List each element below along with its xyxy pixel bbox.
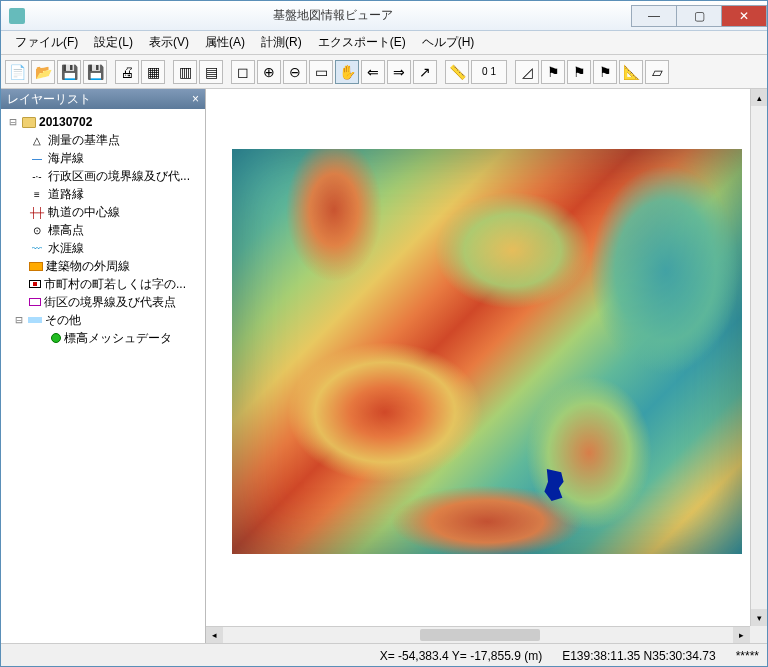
building-icon [29, 262, 43, 271]
menu-settings[interactable]: 設定(L) [86, 31, 141, 54]
menu-attr[interactable]: 属性(A) [197, 31, 253, 54]
close-button[interactable]: ✕ [721, 5, 767, 27]
sidebar-close-icon[interactable]: × [192, 92, 199, 106]
tree-root[interactable]: ⊟ 20130702 [3, 113, 203, 131]
tool-prev-extent[interactable]: ⇐ [361, 60, 385, 84]
layer-item[interactable]: 市町村の町若しくは字の... [3, 275, 203, 293]
statusbar: X= -54,383.4 Y= -17,855.9 (m) E139:38:11… [1, 643, 767, 667]
tool-grid[interactable]: ▤ [199, 60, 223, 84]
tool-add-layer[interactable]: ▥ [173, 60, 197, 84]
layer-item-other[interactable]: ⊟その他 [3, 311, 203, 329]
scroll-corner [750, 626, 767, 643]
layer-item[interactable]: △測量の基準点 [3, 131, 203, 149]
terrain-map[interactable] [232, 149, 742, 554]
main-area: レイヤーリスト × ⊟ 20130702 △測量の基準点 —海岸線 -·-行政区… [1, 89, 767, 643]
road-icon: ≡ [29, 188, 45, 200]
layer-item[interactable]: —海岸線 [3, 149, 203, 167]
menu-help[interactable]: ヘルプ(H) [414, 31, 483, 54]
layer-item[interactable]: 建築物の外周線 [3, 257, 203, 275]
layer-item[interactable]: -·-行政区画の境界線及び代... [3, 167, 203, 185]
status-xy: X= -54,383.4 Y= -17,855.9 (m) [380, 649, 543, 663]
selected-feature[interactable] [542, 469, 566, 501]
sidebar-header: レイヤーリスト × [1, 89, 205, 109]
tool-zoomrect[interactable]: ▭ [309, 60, 333, 84]
sidebar: レイヤーリスト × ⊟ 20130702 △測量の基準点 —海岸線 -·-行政区… [1, 89, 206, 643]
window-title: 基盤地図情報ビューア [33, 7, 632, 24]
folder-icon [22, 117, 36, 128]
tool-flag3[interactable]: ⚑ [593, 60, 617, 84]
minimize-button[interactable]: — [631, 5, 677, 27]
menu-export[interactable]: エクスポート(E) [310, 31, 414, 54]
layer-tree[interactable]: ⊟ 20130702 △測量の基準点 —海岸線 -·-行政区画の境界線及び代..… [1, 109, 205, 643]
tool-measure-area[interactable]: ▱ [645, 60, 669, 84]
scroll-up-icon[interactable]: ▴ [751, 89, 767, 106]
layer-item[interactable]: ≡道路縁 [3, 185, 203, 203]
scroll-thumb[interactable] [420, 629, 540, 641]
tool-next-extent[interactable]: ⇒ [387, 60, 411, 84]
collapse-icon[interactable]: ⊟ [7, 115, 19, 129]
layer-item[interactable]: 〰水涯線 [3, 239, 203, 257]
menu-file[interactable]: ファイル(F) [7, 31, 86, 54]
vertical-scrollbar[interactable]: ▴ ▾ [750, 89, 767, 626]
maximize-button[interactable]: ▢ [676, 5, 722, 27]
tool-eraser[interactable]: ◿ [515, 60, 539, 84]
tool-open[interactable]: 📂 [31, 60, 55, 84]
status-extra: ***** [736, 649, 759, 663]
other-icon [28, 317, 42, 323]
status-lonlat: E139:38:11.35 N35:30:34.73 [562, 649, 715, 663]
layer-item[interactable]: 街区の境界線及び代表点 [3, 293, 203, 311]
line-icon: — [29, 152, 45, 164]
tool-identify[interactable]: ↗ [413, 60, 437, 84]
titlebar: 基盤地図情報ビューア — ▢ ✕ [1, 1, 767, 31]
menu-view[interactable]: 表示(V) [141, 31, 197, 54]
toolbar: 📄 📂 💾 💾 🖨 ▦ ▥ ▤ ◻ ⊕ ⊖ ▭ ✋ ⇐ ⇒ ↗ 📏 0 1 ◿ … [1, 55, 767, 89]
tool-save[interactable]: 💾 [57, 60, 81, 84]
tool-pan[interactable]: ✋ [335, 60, 359, 84]
elev-icon: ⊙ [29, 224, 45, 236]
layer-item[interactable]: ⊙標高点 [3, 221, 203, 239]
menubar: ファイル(F) 設定(L) 表示(V) 属性(A) 計測(R) エクスポート(E… [1, 31, 767, 55]
tool-zoomout[interactable]: ⊖ [283, 60, 307, 84]
mesh-icon [51, 333, 61, 343]
scroll-left-icon[interactable]: ◂ [206, 627, 223, 643]
tool-fullextent[interactable]: ◻ [231, 60, 255, 84]
map-canvas[interactable]: ▴ ▾ ◂ ▸ [206, 89, 767, 643]
root-label: 20130702 [39, 115, 92, 129]
point-icon: △ [29, 134, 45, 146]
tool-flag[interactable]: ⚑ [541, 60, 565, 84]
tool-ruler[interactable]: 📏 [445, 60, 469, 84]
block-icon [29, 298, 41, 306]
scroll-down-icon[interactable]: ▾ [751, 609, 767, 626]
water-icon: 〰 [29, 242, 45, 254]
town-icon [29, 280, 41, 288]
menu-measure[interactable]: 計測(R) [253, 31, 310, 54]
tool-measure-dist[interactable]: 📐 [619, 60, 643, 84]
tool-print[interactable]: 🖨 [115, 60, 139, 84]
tool-overview[interactable]: ▦ [141, 60, 165, 84]
app-icon [9, 8, 25, 24]
sidebar-title: レイヤーリスト [7, 91, 91, 108]
rail-icon: ┼┼ [29, 206, 45, 218]
boundary-icon: -·- [29, 170, 45, 182]
collapse-icon[interactable]: ⊟ [13, 313, 25, 327]
layer-subitem[interactable]: 標高メッシュデータ [3, 329, 203, 347]
tool-zoomin[interactable]: ⊕ [257, 60, 281, 84]
horizontal-scrollbar[interactable]: ◂ ▸ [206, 626, 750, 643]
tool-zoom-level[interactable]: 0 1 [471, 60, 507, 84]
tool-saveas[interactable]: 💾 [83, 60, 107, 84]
scroll-right-icon[interactable]: ▸ [733, 627, 750, 643]
tool-flag2[interactable]: ⚑ [567, 60, 591, 84]
tool-new[interactable]: 📄 [5, 60, 29, 84]
layer-item[interactable]: ┼┼軌道の中心線 [3, 203, 203, 221]
